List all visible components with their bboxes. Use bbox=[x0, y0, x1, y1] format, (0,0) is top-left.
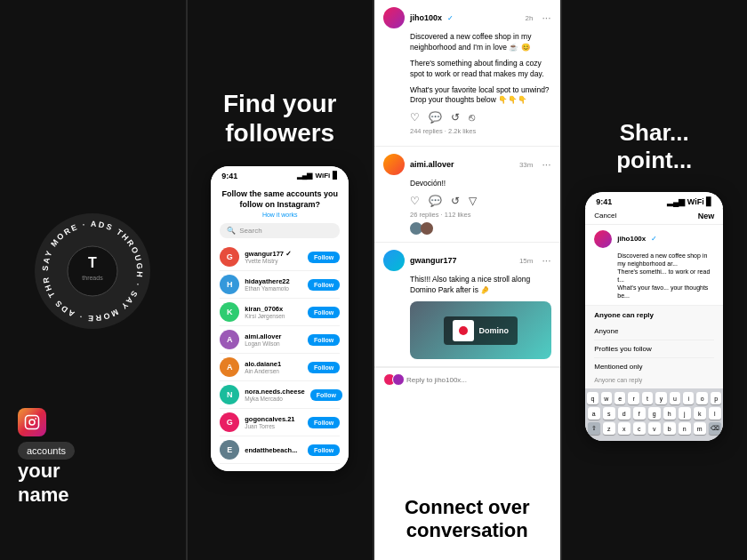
phone-mockup-2: 9:41 ▂▄▆ WiFi ▊ Follow the same accounts… bbox=[211, 166, 349, 471]
avatar-3: K bbox=[220, 302, 239, 322]
instagram-icon bbox=[18, 408, 46, 436]
verified-icon-1: ✓ bbox=[447, 14, 454, 22]
follow-button-2[interactable]: Follow bbox=[308, 279, 340, 291]
phone-search-bar[interactable]: 🔍 Search bbox=[220, 223, 340, 238]
post-username-3: gwangur177 bbox=[410, 256, 457, 265]
repost-icon-2[interactable]: ↺ bbox=[451, 195, 460, 207]
key-backspace[interactable]: ⌫ bbox=[709, 422, 721, 435]
like-icon-2[interactable]: ♡ bbox=[410, 195, 420, 207]
reply-option-anyone[interactable]: Anyone bbox=[594, 323, 714, 340]
new-label: New bbox=[698, 212, 715, 220]
reply-input[interactable] bbox=[406, 376, 551, 384]
key-r[interactable]: r bbox=[628, 392, 639, 404]
key-d[interactable]: d bbox=[618, 407, 631, 420]
phone-mockup-4: 9:41 ▂▄▆ WiFi ▊ Cancel New jiho100x ✓ Di… bbox=[585, 192, 723, 442]
like-icon-1[interactable]: ♡ bbox=[410, 111, 420, 124]
p4-status-bar: 9:41 ▂▄▆ WiFi ▊ bbox=[585, 192, 723, 208]
post-header-2: aimi.allover 33m ··· bbox=[383, 154, 551, 175]
follow-button-6[interactable]: Follow bbox=[310, 389, 342, 401]
key-v[interactable]: v bbox=[648, 422, 661, 435]
p4-verified: ✓ bbox=[651, 235, 657, 243]
post-time-2: 33m bbox=[519, 161, 534, 169]
reply-option-profiles[interactable]: Profiles you follow bbox=[594, 340, 714, 358]
svg-text:threads: threads bbox=[83, 275, 104, 281]
key-k[interactable]: k bbox=[694, 407, 706, 420]
post-text-2: Devoción!! bbox=[383, 179, 551, 189]
reply-bar[interactable] bbox=[374, 367, 560, 391]
post-stats-1: 244 replies · 2.2k likes bbox=[383, 127, 551, 135]
follow-item-6: N nora.needs.cheese Myka Mercado Follow bbox=[220, 381, 340, 409]
repost-icon-1[interactable]: ↺ bbox=[451, 111, 460, 124]
follow-info-6: nora.needs.cheese Myka Mercado bbox=[245, 388, 305, 402]
key-g[interactable]: g bbox=[648, 407, 661, 420]
key-m[interactable]: m bbox=[694, 422, 706, 435]
key-s[interactable]: s bbox=[603, 407, 615, 420]
key-u[interactable]: u bbox=[670, 392, 680, 404]
svg-rect-5 bbox=[26, 416, 39, 429]
p4-avatar bbox=[594, 230, 612, 248]
follow-button-7[interactable]: Follow bbox=[308, 417, 340, 428]
key-q[interactable]: q bbox=[587, 392, 598, 404]
reply-option-mentioned[interactable]: Mentioned only bbox=[594, 358, 714, 375]
post-text-1a: Discovered a new coffee shop in my neigh… bbox=[383, 32, 551, 53]
follow-button-8[interactable]: Follow bbox=[308, 444, 340, 456]
post-text-1b: There's something about finding a cozy s… bbox=[383, 59, 551, 80]
key-x[interactable]: x bbox=[618, 422, 631, 435]
panel-intro: SAY MORE · ADS THROUGH · SAY MORE · ADS … bbox=[0, 0, 186, 560]
post-header-3: gwangur177 15m ··· bbox=[383, 250, 551, 271]
avatar-6: N bbox=[220, 385, 239, 404]
key-w[interactable]: w bbox=[601, 392, 612, 404]
comment-icon-1[interactable]: 💬 bbox=[429, 111, 442, 124]
phone-subheading: How it works bbox=[220, 212, 340, 218]
avatar-8: E bbox=[220, 440, 239, 460]
post-actions-1: ♡ 💬 ↺ ⎋ bbox=[383, 111, 551, 124]
p4-text-3: What's your favo... your thoughts be... bbox=[594, 284, 714, 300]
key-f[interactable]: f bbox=[633, 407, 646, 420]
key-h[interactable]: h bbox=[663, 407, 676, 420]
key-c[interactable]: c bbox=[633, 422, 646, 435]
thread-post-2: aimi.allover 33m ··· Devoción!! ♡ 💬 ↺ ▽ … bbox=[374, 147, 560, 243]
keyboard-row-3: ⇧ z x c v b n m ⌫ bbox=[587, 422, 721, 435]
key-l[interactable]: l bbox=[709, 407, 721, 420]
key-o[interactable]: o bbox=[696, 392, 707, 404]
status-icons: ▂▄▆ WiFi ▊ bbox=[297, 172, 338, 180]
follow-info-1: gwangur177 ✓ Yvette Mistry bbox=[245, 250, 302, 264]
post-menu-3[interactable]: ··· bbox=[542, 254, 550, 267]
filter-icon-2[interactable]: ▽ bbox=[469, 195, 477, 207]
follow-info-5: alo.daiane1 Ain Andersen bbox=[245, 360, 302, 374]
share-icon-1[interactable]: ⎋ bbox=[469, 111, 475, 124]
follow-item-1: G gwangur177 ✓ Yvette Mistry Follow bbox=[220, 244, 340, 271]
key-t[interactable]: t bbox=[642, 392, 653, 404]
key-y[interactable]: y bbox=[655, 392, 666, 404]
key-z[interactable]: z bbox=[603, 422, 615, 435]
post-actions-2: ♡ 💬 ↺ ▽ bbox=[383, 195, 551, 207]
key-j[interactable]: j bbox=[679, 407, 691, 420]
panel3-bottom-label: Connect over conversation bbox=[374, 496, 560, 542]
key-p[interactable]: p bbox=[711, 392, 721, 404]
follow-button-3[interactable]: Follow bbox=[308, 307, 340, 318]
svg-point-2 bbox=[68, 246, 117, 296]
key-a[interactable]: a bbox=[588, 407, 600, 420]
phone-heading: Follow the same accounts you follow on I… bbox=[220, 189, 340, 210]
key-b[interactable]: b bbox=[663, 422, 676, 435]
thread-post-1: jiho100x ✓ 2h ··· Discovered a new coffe… bbox=[374, 0, 560, 147]
ig-icon-row bbox=[18, 408, 168, 436]
follow-button-4[interactable]: Follow bbox=[308, 334, 340, 346]
follow-button-5[interactable]: Follow bbox=[308, 362, 340, 373]
post-menu-2[interactable]: ··· bbox=[542, 158, 550, 171]
key-i[interactable]: i bbox=[683, 392, 694, 404]
follow-button-1[interactable]: Follow bbox=[308, 252, 340, 263]
follow-info-7: gogoncalves.21 Juan Torres bbox=[245, 415, 302, 429]
follow-info-3: kiran_0706x Kirsi Jørgensen bbox=[245, 305, 302, 319]
key-n[interactable]: n bbox=[679, 422, 691, 435]
comment-icon-2[interactable]: 💬 bbox=[429, 195, 442, 207]
p4-username: jiho100x bbox=[617, 235, 646, 243]
p4-text-2: There's somethi... to work or read t... bbox=[594, 268, 714, 284]
avatar-4: A bbox=[220, 330, 239, 349]
post-time-3: 15m bbox=[519, 257, 534, 265]
follow-item-8: E endatthebeach... Follow bbox=[220, 436, 340, 464]
post-menu-1[interactable]: ··· bbox=[542, 12, 550, 24]
cancel-button[interactable]: Cancel bbox=[594, 212, 616, 220]
key-shift[interactable]: ⇧ bbox=[588, 422, 600, 435]
key-e[interactable]: e bbox=[614, 392, 625, 404]
